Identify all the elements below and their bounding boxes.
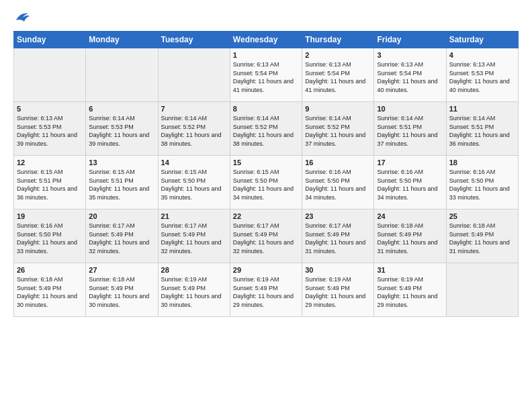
day-info: Sunrise: 6:14 AM Sunset: 5:51 PM Dayligh… [449, 114, 515, 148]
day-number: 4 [449, 51, 515, 59]
calendar-cell [14, 48, 86, 102]
day-info: Sunrise: 6:19 AM Sunset: 5:49 PM Dayligh… [161, 275, 227, 309]
day-info: Sunrise: 6:19 AM Sunset: 5:49 PM Dayligh… [305, 275, 371, 309]
day-info: Sunrise: 6:17 AM Sunset: 5:49 PM Dayligh… [161, 222, 227, 255]
calendar-cell: 25Sunrise: 6:18 AM Sunset: 5:49 PM Dayli… [446, 210, 518, 263]
day-number: 11 [449, 105, 515, 113]
day-info: Sunrise: 6:17 AM Sunset: 5:49 PM Dayligh… [305, 222, 371, 255]
calendar-cell: 19Sunrise: 6:16 AM Sunset: 5:50 PM Dayli… [14, 210, 86, 263]
calendar-cell: 30Sunrise: 6:19 AM Sunset: 5:49 PM Dayli… [302, 263, 374, 317]
column-header-sunday: Sunday [14, 32, 86, 48]
day-number: 24 [377, 212, 443, 220]
day-info: Sunrise: 6:15 AM Sunset: 5:51 PM Dayligh… [89, 168, 154, 201]
calendar-cell: 23Sunrise: 6:17 AM Sunset: 5:49 PM Dayli… [302, 210, 374, 263]
calendar-cell: 14Sunrise: 6:15 AM Sunset: 5:50 PM Dayli… [158, 156, 230, 210]
header [13, 11, 519, 24]
day-info: Sunrise: 6:13 AM Sunset: 5:54 PM Dayligh… [377, 60, 443, 94]
day-number: 13 [89, 158, 154, 167]
day-number: 2 [305, 51, 371, 59]
calendar-cell: 4Sunrise: 6:13 AM Sunset: 5:53 PM Daylig… [446, 48, 518, 102]
calendar-cell [86, 48, 158, 102]
calendar-cell [446, 263, 518, 317]
calendar-cell: 22Sunrise: 6:17 AM Sunset: 5:49 PM Dayli… [230, 210, 302, 263]
calendar-week-row: 1Sunrise: 6:13 AM Sunset: 5:54 PM Daylig… [14, 48, 519, 102]
column-header-thursday: Thursday [302, 32, 374, 48]
column-header-friday: Friday [374, 32, 446, 48]
day-info: Sunrise: 6:19 AM Sunset: 5:49 PM Dayligh… [377, 275, 443, 309]
day-info: Sunrise: 6:14 AM Sunset: 5:52 PM Dayligh… [161, 114, 227, 148]
calendar-cell: 2Sunrise: 6:13 AM Sunset: 5:54 PM Daylig… [302, 48, 374, 102]
calendar-header-row: SundayMondayTuesdayWednesdayThursdayFrid… [14, 32, 519, 48]
calendar-cell: 28Sunrise: 6:19 AM Sunset: 5:49 PM Dayli… [158, 263, 230, 317]
calendar-cell [158, 48, 230, 102]
calendar-cell: 3Sunrise: 6:13 AM Sunset: 5:54 PM Daylig… [374, 48, 446, 102]
calendar-week-row: 12Sunrise: 6:15 AM Sunset: 5:51 PM Dayli… [14, 156, 519, 210]
day-info: Sunrise: 6:15 AM Sunset: 5:50 PM Dayligh… [233, 168, 299, 201]
day-number: 29 [233, 266, 299, 274]
day-info: Sunrise: 6:16 AM Sunset: 5:50 PM Dayligh… [377, 168, 443, 201]
calendar-cell: 7Sunrise: 6:14 AM Sunset: 5:52 PM Daylig… [158, 102, 230, 156]
day-number: 10 [377, 105, 443, 113]
day-info: Sunrise: 6:16 AM Sunset: 5:50 PM Dayligh… [305, 168, 371, 201]
day-number: 22 [233, 212, 299, 220]
day-number: 30 [305, 266, 371, 274]
day-number: 31 [377, 266, 443, 274]
day-number: 3 [377, 51, 443, 59]
calendar-cell: 15Sunrise: 6:15 AM Sunset: 5:50 PM Dayli… [230, 156, 302, 210]
calendar-container: SundayMondayTuesdayWednesdayThursdayFrid… [0, 0, 532, 328]
calendar-week-row: 19Sunrise: 6:16 AM Sunset: 5:50 PM Dayli… [14, 210, 519, 263]
day-info: Sunrise: 6:13 AM Sunset: 5:54 PM Dayligh… [233, 60, 299, 94]
day-number: 7 [161, 105, 227, 113]
day-info: Sunrise: 6:17 AM Sunset: 5:49 PM Dayligh… [89, 222, 154, 255]
day-number: 12 [17, 158, 83, 167]
day-info: Sunrise: 6:14 AM Sunset: 5:51 PM Dayligh… [377, 114, 443, 148]
day-number: 5 [17, 105, 83, 113]
logo-bird-icon [15, 11, 30, 23]
calendar-week-row: 5Sunrise: 6:13 AM Sunset: 5:53 PM Daylig… [14, 102, 519, 156]
column-header-tuesday: Tuesday [158, 32, 230, 48]
calendar-cell: 17Sunrise: 6:16 AM Sunset: 5:50 PM Dayli… [374, 156, 446, 210]
calendar-cell: 21Sunrise: 6:17 AM Sunset: 5:49 PM Dayli… [158, 210, 230, 263]
calendar-cell: 24Sunrise: 6:18 AM Sunset: 5:49 PM Dayli… [374, 210, 446, 263]
day-info: Sunrise: 6:14 AM Sunset: 5:52 PM Dayligh… [305, 114, 371, 148]
logo [13, 11, 30, 24]
day-info: Sunrise: 6:19 AM Sunset: 5:49 PM Dayligh… [233, 275, 299, 309]
day-number: 28 [161, 266, 227, 274]
calendar-cell: 10Sunrise: 6:14 AM Sunset: 5:51 PM Dayli… [374, 102, 446, 156]
day-info: Sunrise: 6:16 AM Sunset: 5:50 PM Dayligh… [17, 222, 83, 255]
day-number: 21 [161, 212, 227, 220]
day-number: 15 [233, 158, 299, 167]
calendar-cell: 20Sunrise: 6:17 AM Sunset: 5:49 PM Dayli… [86, 210, 158, 263]
day-number: 19 [17, 212, 83, 220]
day-info: Sunrise: 6:18 AM Sunset: 5:49 PM Dayligh… [89, 275, 154, 309]
day-number: 14 [161, 158, 227, 167]
column-header-saturday: Saturday [446, 32, 518, 48]
calendar-cell: 29Sunrise: 6:19 AM Sunset: 5:49 PM Dayli… [230, 263, 302, 317]
day-info: Sunrise: 6:15 AM Sunset: 5:50 PM Dayligh… [161, 168, 227, 201]
day-info: Sunrise: 6:14 AM Sunset: 5:52 PM Dayligh… [233, 114, 299, 148]
column-header-wednesday: Wednesday [230, 32, 302, 48]
day-info: Sunrise: 6:13 AM Sunset: 5:53 PM Dayligh… [17, 114, 83, 148]
calendar-cell: 1Sunrise: 6:13 AM Sunset: 5:54 PM Daylig… [230, 48, 302, 102]
day-number: 23 [305, 212, 371, 220]
day-info: Sunrise: 6:13 AM Sunset: 5:54 PM Dayligh… [305, 60, 371, 94]
day-number: 8 [233, 105, 299, 113]
calendar-cell: 31Sunrise: 6:19 AM Sunset: 5:49 PM Dayli… [374, 263, 446, 317]
day-number: 17 [377, 158, 443, 167]
day-number: 9 [305, 105, 371, 113]
day-info: Sunrise: 6:18 AM Sunset: 5:49 PM Dayligh… [449, 222, 515, 255]
calendar-cell: 18Sunrise: 6:16 AM Sunset: 5:50 PM Dayli… [446, 156, 518, 210]
calendar-cell: 16Sunrise: 6:16 AM Sunset: 5:50 PM Dayli… [302, 156, 374, 210]
day-info: Sunrise: 6:17 AM Sunset: 5:49 PM Dayligh… [233, 222, 299, 255]
day-number: 20 [89, 212, 154, 220]
day-info: Sunrise: 6:14 AM Sunset: 5:53 PM Dayligh… [89, 114, 154, 148]
calendar-cell: 26Sunrise: 6:18 AM Sunset: 5:49 PM Dayli… [14, 263, 86, 317]
calendar-week-row: 26Sunrise: 6:18 AM Sunset: 5:49 PM Dayli… [14, 263, 519, 317]
calendar-cell: 9Sunrise: 6:14 AM Sunset: 5:52 PM Daylig… [302, 102, 374, 156]
day-number: 6 [89, 105, 154, 113]
day-info: Sunrise: 6:18 AM Sunset: 5:49 PM Dayligh… [17, 275, 83, 309]
day-number: 16 [305, 158, 371, 167]
day-number: 25 [449, 212, 515, 220]
calendar-cell: 12Sunrise: 6:15 AM Sunset: 5:51 PM Dayli… [14, 156, 86, 210]
day-info: Sunrise: 6:13 AM Sunset: 5:53 PM Dayligh… [449, 60, 515, 94]
